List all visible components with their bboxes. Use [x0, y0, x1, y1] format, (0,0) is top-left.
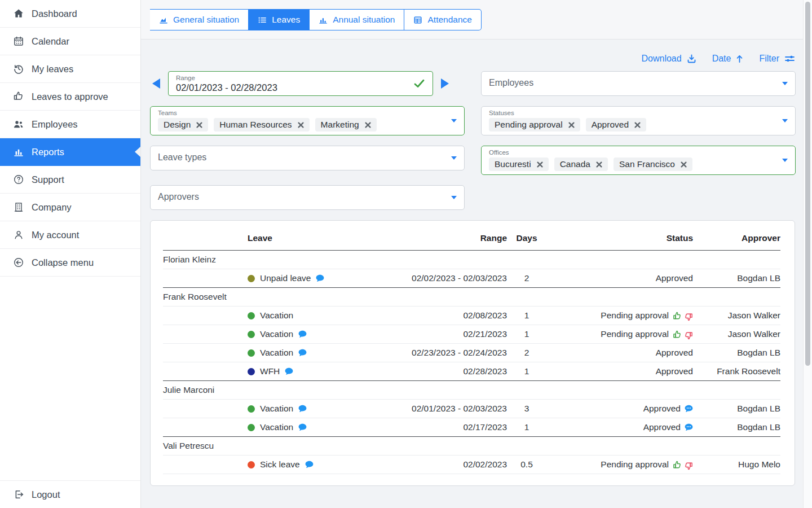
reject-thumb-down-icon[interactable]	[685, 331, 693, 340]
approve-thumb-up-icon[interactable]	[673, 330, 681, 339]
building-icon	[12, 202, 24, 213]
leave-days: 1	[507, 325, 546, 343]
sidebar-item-my-leaves[interactable]: My leaves	[0, 55, 140, 83]
approvers-select[interactable]: Approvers	[150, 185, 465, 210]
sidebar-item-company[interactable]: Company	[0, 194, 140, 221]
sidebar-item-collapse-menu[interactable]: Collapse menu	[0, 249, 140, 277]
employee-name: Vali Petrescu	[163, 441, 214, 450]
employee-group-row: Julie Marconi	[163, 380, 780, 399]
leave-range: 02/28/2023	[372, 362, 507, 380]
chevron-down-icon[interactable]	[782, 119, 788, 122]
approver-name: Bogdan LB	[693, 400, 780, 418]
tab-annual-situation[interactable]: Annual situation	[310, 9, 404, 30]
comment-icon[interactable]	[298, 405, 307, 413]
comment-icon[interactable]	[298, 349, 307, 357]
remove-chip-icon[interactable]	[298, 122, 304, 128]
chevron-down-icon[interactable]	[451, 119, 457, 122]
chevron-down-icon[interactable]	[782, 82, 788, 85]
leave-range: 02/01/2023 - 02/03/2023	[372, 400, 507, 418]
leave-type-dot	[248, 275, 255, 282]
statuses-select[interactable]: Statuses Pending approval Approved	[481, 106, 796, 135]
date-range-input[interactable]: Range 02/01/2023 - 02/28/2023	[168, 71, 433, 96]
sidebar-item-label: My leaves	[32, 64, 73, 75]
sidebar-spacer	[0, 277, 140, 480]
status-label: Approved	[656, 366, 693, 376]
remove-chip-icon[interactable]	[196, 122, 202, 128]
approve-thumb-up-icon[interactable]	[673, 461, 681, 469]
tab-general-situation[interactable]: General situation	[150, 9, 249, 30]
leave-range: 02/08/2023	[372, 306, 507, 325]
remove-chip-icon[interactable]	[634, 122, 641, 128]
logout-label: Logout	[32, 489, 60, 500]
employee-group-row: Frank Roosevelt	[163, 287, 780, 306]
leave-days: 0.5	[507, 456, 546, 474]
filter-button[interactable]: Filter	[759, 54, 795, 64]
leave-days: 1	[507, 306, 546, 325]
chip-label: Canada	[560, 159, 590, 169]
sidebar-nav-list: Dashboard Calendar My leaves Leaves to a…	[0, 0, 140, 277]
sidebar-item-reports[interactable]: Reports	[0, 138, 140, 166]
filter-chip: Approved	[586, 118, 646, 132]
logout-icon	[12, 489, 24, 501]
header-name	[163, 236, 248, 245]
sidebar-item-dashboard[interactable]: Dashboard	[0, 0, 140, 28]
remove-chip-icon[interactable]	[596, 161, 602, 168]
chevron-down-icon[interactable]	[451, 156, 457, 160]
comment-icon[interactable]	[316, 274, 324, 282]
employees-select[interactable]: Employees	[481, 71, 796, 96]
download-button[interactable]: Download	[641, 54, 696, 64]
chevron-down-icon[interactable]	[782, 159, 788, 162]
leave-days: 2	[507, 269, 546, 287]
sort-ascending-icon	[736, 54, 743, 63]
remove-chip-icon[interactable]	[365, 122, 371, 128]
download-icon	[687, 54, 696, 63]
employee-group-row: Florian Kleinz	[163, 250, 780, 269]
status-comment-icon[interactable]	[685, 405, 693, 413]
comment-icon[interactable]	[298, 423, 307, 431]
sidebar-item-leaves-to-approve[interactable]: Leaves to approve	[0, 83, 140, 111]
sidebar-item-calendar[interactable]: Calendar	[0, 28, 140, 55]
reject-thumb-down-icon[interactable]	[685, 462, 693, 470]
remove-chip-icon[interactable]	[568, 122, 575, 128]
header-days: Days	[507, 231, 546, 250]
reject-thumb-down-icon[interactable]	[685, 313, 693, 321]
comment-icon[interactable]	[285, 367, 293, 375]
teams-select[interactable]: Teams Design Human Resources	[150, 106, 465, 135]
sidebar-item-my-account[interactable]: My account	[0, 221, 140, 249]
status-comment-icon[interactable]	[685, 423, 693, 431]
leave-type-label: Unpaid leave	[260, 273, 311, 283]
filter-chip: Canada	[554, 157, 608, 171]
scrollbar-thumb[interactable]	[805, 2, 810, 366]
leave-type-dot	[248, 349, 255, 357]
header-range: Range	[372, 231, 507, 250]
chip-label: Marketing	[321, 120, 359, 130]
previous-period-button[interactable]	[152, 78, 160, 89]
status-label: Pending approval	[601, 459, 669, 470]
sidebar-item-label: Calendar	[32, 36, 69, 47]
tab-attendance[interactable]: Attendance	[404, 9, 481, 30]
scrollbar[interactable]	[803, 0, 812, 508]
leave-row: Vacation 02/08/2023 1 Pending approval	[163, 306, 780, 325]
approve-thumb-up-icon[interactable]	[673, 312, 681, 320]
employee-group-row: Vali Petrescu	[163, 436, 780, 455]
sidebar-item-support[interactable]: Support	[0, 166, 140, 194]
date-sort-button[interactable]: Date	[712, 54, 744, 64]
comment-icon[interactable]	[298, 330, 307, 338]
leave-row: Vacation 02/23/2023 - 02/24/2023 2 Appro…	[163, 343, 780, 362]
comment-icon[interactable]	[305, 461, 314, 468]
confirm-check-icon[interactable]	[414, 80, 425, 88]
tab-leaves[interactable]: Leaves	[249, 9, 310, 30]
logout-button[interactable]: Logout	[0, 480, 140, 508]
column-chart-icon	[319, 16, 328, 24]
leave-type-dot	[248, 368, 255, 375]
chevron-down-icon[interactable]	[451, 196, 457, 199]
employees-placeholder: Employees	[489, 78, 533, 87]
leave-types-select[interactable]: Leave types	[150, 146, 465, 170]
sidebar-item-employees[interactable]: Employees	[0, 111, 140, 138]
remove-chip-icon[interactable]	[537, 161, 543, 168]
employee-group-rows: Sick leave 02/02/2023 0.5 Pending approv…	[163, 455, 780, 474]
remove-chip-icon[interactable]	[681, 161, 687, 168]
filter-chip: Human Resources	[214, 118, 309, 132]
offices-select[interactable]: Offices Bucuresti Canada	[481, 146, 796, 175]
next-period-button[interactable]	[441, 78, 449, 89]
